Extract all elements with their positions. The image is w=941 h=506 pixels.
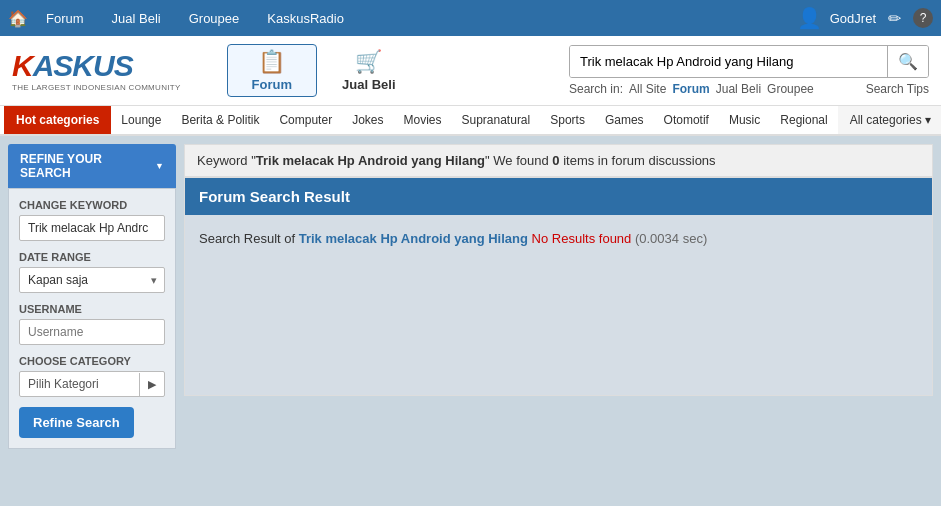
keyword-value: Trik melacak Hp Android yang Hilang bbox=[256, 153, 485, 168]
cat-otomotif[interactable]: Otomotif bbox=[654, 106, 719, 134]
search-options: Search in: All Site Forum Jual Beli Grou… bbox=[569, 82, 929, 96]
hot-categories-button[interactable]: Hot categories bbox=[4, 106, 111, 134]
username-label: GodJret bbox=[830, 11, 876, 26]
nav-groupee[interactable]: Groupee bbox=[175, 3, 254, 34]
keyword-bar: Keyword "Trik melacak Hp Android yang Hi… bbox=[184, 144, 933, 177]
keyword-input[interactable] bbox=[19, 215, 165, 241]
search-option-groupee[interactable]: Groupee bbox=[767, 82, 814, 96]
search-option-forum[interactable]: Forum bbox=[672, 82, 709, 96]
cat-sports[interactable]: Sports bbox=[540, 106, 595, 134]
search-area: 🔍 Search in: All Site Forum Jual Beli Gr… bbox=[569, 45, 929, 96]
keyword-message-end: items in forum discussions bbox=[560, 153, 716, 168]
username-section: USERNAME bbox=[19, 303, 165, 345]
category-arrow-icon: ▶ bbox=[139, 373, 164, 396]
header: K ASKUS THE LARGEST INDONESIAN COMMUNITY… bbox=[0, 36, 941, 106]
top-navigation: 🏠 Forum Jual Beli Groupee KaskusRadio 👤 … bbox=[0, 0, 941, 36]
search-in-label: Search in: bbox=[569, 82, 623, 96]
cat-movies[interactable]: Movies bbox=[393, 106, 451, 134]
result-box-header: Forum Search Result bbox=[185, 178, 932, 215]
found-count: 0 bbox=[552, 153, 559, 168]
cat-computer[interactable]: Computer bbox=[269, 106, 342, 134]
categories-bar: Hot categories Lounge Berita & Politik C… bbox=[0, 106, 941, 136]
forum-nav-button[interactable]: 📋 Forum bbox=[227, 44, 317, 97]
cat-regional[interactable]: Regional bbox=[770, 106, 837, 134]
cat-jokes[interactable]: Jokes bbox=[342, 106, 393, 134]
logo-area: K ASKUS THE LARGEST INDONESIAN COMMUNITY bbox=[12, 49, 181, 92]
search-input[interactable] bbox=[570, 46, 887, 77]
logo[interactable]: K ASKUS bbox=[12, 49, 181, 83]
date-range-section: DATE RANGE Kapan saja Hari ini Minggu in… bbox=[19, 251, 165, 293]
change-keyword-label: CHANGE KEYWORD bbox=[19, 199, 165, 211]
logo-tagline: THE LARGEST INDONESIAN COMMUNITY bbox=[12, 83, 181, 92]
forum-icon: 📋 bbox=[258, 49, 285, 75]
sidebar-inner: CHANGE KEYWORD DATE RANGE Kapan saja Har… bbox=[8, 188, 176, 449]
choose-category-section: CHOOSE CATEGORY Pilih Kategori ▶ bbox=[19, 355, 165, 397]
result-box: Forum Search Result Search Result of Tri… bbox=[184, 177, 933, 396]
username-input[interactable] bbox=[19, 319, 165, 345]
main-area: REFINE YOUR SEARCH CHANGE KEYWORD DATE R… bbox=[0, 136, 941, 457]
search-option-allsite[interactable]: All Site bbox=[629, 82, 666, 96]
result-time: (0.0034 sec) bbox=[635, 231, 707, 246]
results-area: Keyword "Trik melacak Hp Android yang Hi… bbox=[184, 144, 933, 396]
search-tips-link[interactable]: Search Tips bbox=[866, 82, 929, 96]
search-button[interactable]: 🔍 bbox=[887, 46, 928, 77]
all-categories-button[interactable]: All categories ▾ bbox=[838, 106, 941, 134]
refine-search-button[interactable]: Refine Search bbox=[19, 407, 134, 438]
no-results-text: No Results found bbox=[532, 231, 632, 246]
help-icon[interactable]: ? bbox=[913, 8, 933, 28]
result-box-title: Forum Search Result bbox=[199, 188, 350, 205]
search-box: 🔍 bbox=[569, 45, 929, 78]
jualbeli-nav-label: Jual Beli bbox=[342, 77, 395, 92]
nav-forum[interactable]: Forum bbox=[32, 3, 98, 34]
user-avatar-icon: 👤 bbox=[797, 6, 822, 30]
cat-lounge[interactable]: Lounge bbox=[111, 106, 171, 134]
forum-nav-label: Forum bbox=[252, 77, 292, 92]
username-section-label: USERNAME bbox=[19, 303, 165, 315]
nav-kaskusradio[interactable]: KaskusRadio bbox=[253, 3, 358, 34]
nav-jualbeli[interactable]: Jual Beli bbox=[98, 3, 175, 34]
date-range-select[interactable]: Kapan saja Hari ini Minggu ini Bulan ini bbox=[19, 267, 165, 293]
top-nav-links: Forum Jual Beli Groupee KaskusRadio bbox=[32, 3, 358, 34]
category-placeholder: Pilih Kategori bbox=[20, 372, 139, 396]
change-keyword-section: CHANGE KEYWORD bbox=[19, 199, 165, 241]
edit-icon[interactable]: ✏ bbox=[884, 5, 905, 32]
cat-berita[interactable]: Berita & Politik bbox=[171, 106, 269, 134]
category-select-wrapper[interactable]: Pilih Kategori ▶ bbox=[19, 371, 165, 397]
top-nav-right: 👤 GodJret ✏ ? bbox=[797, 5, 933, 32]
date-range-wrapper: Kapan saja Hari ini Minggu ini Bulan ini… bbox=[19, 267, 165, 293]
result-box-body: Search Result of Trik melacak Hp Android… bbox=[185, 215, 932, 395]
sidebar: REFINE YOUR SEARCH CHANGE KEYWORD DATE R… bbox=[8, 144, 176, 449]
jualbeli-nav-button[interactable]: 🛒 Jual Beli bbox=[317, 44, 420, 97]
home-icon[interactable]: 🏠 bbox=[8, 9, 28, 28]
refine-label: REFINE YOUR SEARCH bbox=[20, 152, 149, 180]
result-prefix: Search Result of bbox=[199, 231, 299, 246]
choose-category-label: CHOOSE CATEGORY bbox=[19, 355, 165, 367]
header-nav-buttons: 📋 Forum 🛒 Jual Beli bbox=[227, 44, 421, 97]
cat-supranatural[interactable]: Supranatural bbox=[452, 106, 541, 134]
category-links: Lounge Berita & Politik Computer Jokes M… bbox=[111, 106, 837, 134]
refine-header[interactable]: REFINE YOUR SEARCH bbox=[8, 144, 176, 188]
keyword-message-suffix: " We found bbox=[485, 153, 552, 168]
jualbeli-icon: 🛒 bbox=[355, 49, 382, 75]
result-keyword: Trik melacak Hp Android yang Hilang bbox=[299, 231, 528, 246]
date-range-label: DATE RANGE bbox=[19, 251, 165, 263]
cat-games[interactable]: Games bbox=[595, 106, 654, 134]
search-option-jualbeli[interactable]: Jual Beli bbox=[716, 82, 761, 96]
keyword-message-prefix: Keyword " bbox=[197, 153, 256, 168]
cat-music[interactable]: Music bbox=[719, 106, 770, 134]
